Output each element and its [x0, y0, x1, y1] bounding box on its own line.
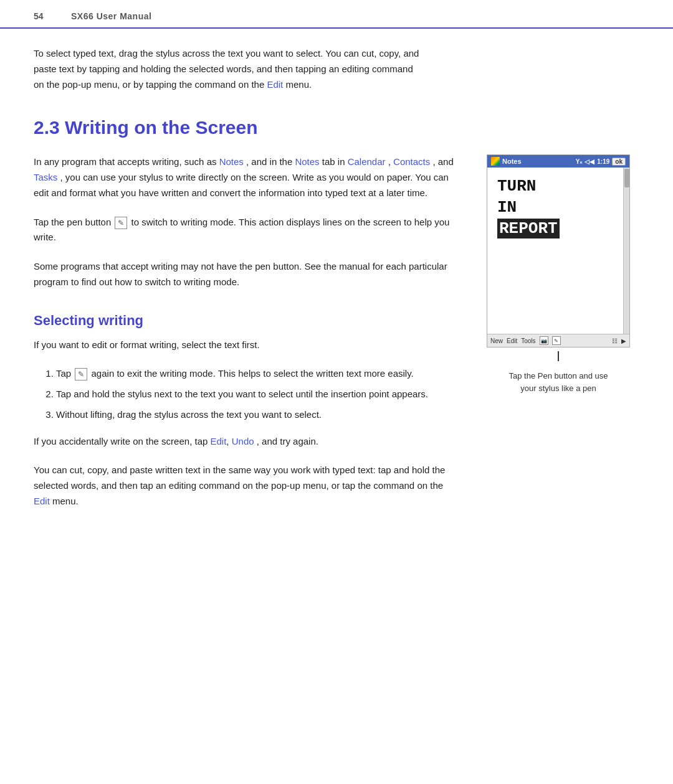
titlebar-app-name: Notes [502, 158, 522, 165]
step-1: Tap ✎ again to exit the writing mode. Th… [56, 366, 459, 382]
toolbar-arrow-icon: ▶ [621, 338, 626, 344]
page-header: 54 SX66 User Manual [0, 0, 673, 29]
device-mockup: Notes Yₓ ◁◀ 1:19 ok TURN [487, 154, 630, 347]
footer-undo-link[interactable]: Undo [232, 436, 254, 446]
toolbar-pen-icon[interactable]: ✎ [552, 336, 561, 345]
footer-edit-link2[interactable]: Edit [34, 496, 50, 506]
device-toolbar: New Edit Tools 📷 ✎ ☷ ▶ [487, 334, 629, 347]
body1-mid3: , [388, 156, 391, 167]
tasks-link[interactable]: Tasks [34, 172, 57, 182]
tap-indicator-line [558, 351, 559, 361]
device-titlebar: Notes Yₓ ◁◀ 1:19 ok [487, 155, 629, 168]
intro-text-end: menu. [285, 79, 312, 90]
subsection-intro: If you want to edit or format writing, s… [34, 338, 459, 353]
titlebar-right: Yₓ ◁◀ 1:19 ok [576, 158, 626, 166]
footer-para1: If you accidentally write on the screen,… [34, 434, 459, 450]
notes-link1[interactable]: Notes [219, 156, 244, 167]
body1-mid2: tab in [322, 156, 345, 167]
contacts-link[interactable]: Contacts [393, 156, 430, 167]
toolbar-edit[interactable]: Edit [507, 338, 517, 344]
body1-mid1: , and in the [246, 156, 292, 167]
notes-link2[interactable]: Notes [295, 156, 319, 167]
handwritten-content: TURN IN REPORT [497, 176, 626, 239]
device-caption: Tap the Pen button and use your stylus l… [508, 370, 608, 394]
intro-edit-link[interactable]: Edit [267, 79, 283, 90]
toolbar-tools[interactable]: Tools [521, 338, 535, 344]
section-body1: In any program that accepts writing, suc… [34, 154, 459, 201]
section-body3: Some programs that accept writing may no… [34, 259, 459, 290]
pen-icon-inline: ✎ [115, 217, 127, 229]
body1-start: In any program that accepts writing, suc… [34, 156, 216, 167]
footer-para2: You can cut, copy, and paste written tex… [34, 463, 459, 509]
page-number: 54 [34, 11, 71, 21]
footer1-end: , and try again. [257, 436, 318, 446]
footer2-end: menu. [52, 496, 79, 506]
caption-line1: Tap the Pen button and use [508, 371, 608, 380]
manual-title: SX66 User Manual [71, 11, 151, 21]
caption-line2: your stylus like a pen [520, 384, 596, 393]
toolbar-new[interactable]: New [490, 338, 503, 344]
footer-edit-link[interactable]: Edit [211, 436, 227, 446]
two-col-layout: In any program that accepts writing, suc… [34, 154, 639, 522]
intro-paragraph: To select typed text, drag the stylus ac… [34, 46, 420, 92]
body1-mid4: , and [432, 156, 453, 167]
main-column: In any program that accepts writing, suc… [34, 154, 459, 522]
scrollbar-thumb [624, 169, 629, 187]
titlebar-ok-button[interactable]: ok [612, 158, 626, 166]
body1-end: , you can use your stylus to write direc… [34, 172, 449, 198]
intro-text-start: To select typed text, drag the stylus ac… [34, 48, 419, 90]
titlebar-time: 1:19 [597, 158, 609, 165]
steps-list: Tap ✎ again to exit the writing mode. Th… [56, 366, 459, 422]
windows-logo-icon [491, 157, 500, 166]
tap-indicator-container [558, 351, 559, 364]
section-heading: 2.3 Writing on the Screen [34, 117, 639, 138]
titlebar-left: Notes [491, 157, 522, 166]
scrollbar[interactable] [623, 168, 629, 334]
page-content: To select typed text, drag the stylus ac… [0, 46, 673, 548]
side-column: Notes Yₓ ◁◀ 1:19 ok TURN [477, 154, 639, 394]
footer1-start: If you accidentally write on the screen,… [34, 436, 208, 446]
toolbar-icon1[interactable]: 📷 [540, 336, 548, 345]
signal-icon: Yₓ [576, 158, 583, 165]
subsection-heading: Selecting writing [34, 313, 459, 329]
device-body: TURN IN REPORT [487, 168, 629, 334]
footer2-text: You can cut, copy, and paste written tex… [34, 465, 445, 491]
calendar-link[interactable]: Calendar [348, 156, 386, 167]
step-3: Without lifting, drag the stylus across … [56, 407, 459, 423]
signal-bars-icon: ◁◀ [585, 158, 594, 165]
section-body2: Tap the pen button ✎ to switch to writin… [34, 215, 459, 246]
handwritten-selected: REPORT [497, 219, 560, 239]
handwritten-line1: TURN [497, 176, 626, 197]
handwritten-line3: REPORT [497, 219, 626, 240]
step-2: Tap and hold the stylus next to the text… [56, 387, 459, 402]
pen-icon-step1: ✎ [75, 368, 87, 380]
toolbar-grid-icon[interactable]: ☷ [612, 338, 618, 344]
handwritten-line2: IN [497, 197, 626, 219]
